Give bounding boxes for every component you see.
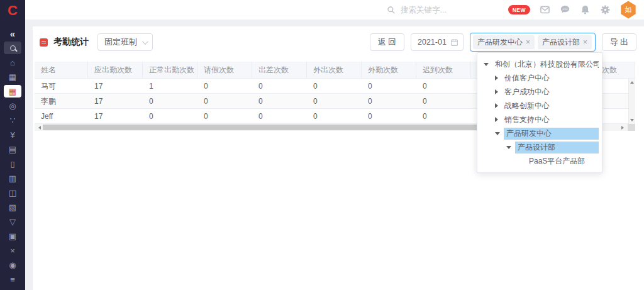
vertical-scrollbar[interactable] (628, 79, 635, 124)
tree-node[interactable]: 产品研发中心 (477, 126, 602, 140)
search-icon (387, 6, 396, 14)
scroll-down-icon[interactable] (630, 119, 634, 123)
mail-icon[interactable] (540, 4, 550, 15)
cell-name: Jeff (35, 109, 88, 123)
month-picker-value: 2021-01 (418, 38, 447, 47)
cell-value: 0 (416, 109, 471, 123)
sidebar-item-navigation[interactable]: ◎ (4, 99, 21, 112)
tag-close-icon[interactable]: × (526, 38, 530, 46)
sidebar-item-contacts[interactable]: ◫ (4, 186, 21, 199)
cell-value: 0 (307, 94, 362, 108)
sidebar-item-layers[interactable]: ≡ (4, 273, 21, 286)
sidebar-nav: «⌂▦▦◎∵¥▤▯▥◫▧▽▣×◉≡ (4, 27, 21, 287)
toolbar: 返回 2021-01 产品研发中心×产品设计部× 导出 (370, 33, 636, 52)
caret-down-icon[interactable] (506, 146, 511, 149)
cell-value: 0 (143, 109, 197, 123)
column-header: 请假次数 (197, 62, 252, 78)
tree-node[interactable]: 客户成功中心 (477, 85, 602, 99)
sidebar-item-documents[interactable]: ▤ (4, 143, 21, 155)
scroll-up-icon[interactable] (630, 79, 634, 84)
org-tree-panel: 和创（北京）科技股份有限公司价值客户中心客户成功中心战略创新中心销售支持中心产品… (477, 52, 602, 173)
caret-right-icon[interactable] (495, 75, 498, 81)
sidebar-item-collapse[interactable]: « (4, 27, 21, 40)
cell-value: 17 (88, 79, 143, 93)
sidebar-item-schedule[interactable]: ▦ (4, 70, 21, 83)
sidebar-item-finance[interactable]: ¥ (4, 128, 21, 141)
export-button[interactable]: 导出 (602, 33, 636, 51)
attendance-doc-icon (40, 38, 48, 47)
column-header: 姓名 (35, 62, 88, 78)
cell-value: 1 (143, 79, 197, 93)
new-badge[interactable]: NEW (508, 5, 530, 14)
scroll-left-icon[interactable] (36, 126, 41, 130)
cell-value: 0 (362, 79, 416, 93)
tree-node[interactable]: 战略创新中心 (477, 99, 602, 113)
sidebar-item-archive[interactable]: ▣ (4, 230, 21, 242)
shift-type-value: 固定班制 (104, 36, 137, 48)
tree-node-label: 销售支持中心 (502, 114, 599, 126)
tree-node[interactable]: PaaS平台产品部 (477, 154, 602, 168)
cell-value: 17 (88, 109, 143, 123)
sidebar-item-filter[interactable]: ▽ (4, 215, 21, 228)
caret-down-icon[interactable] (484, 63, 489, 66)
scroll-right-icon[interactable] (621, 126, 626, 130)
cell-value: 0 (252, 94, 307, 108)
selected-tag: 产品研发中心× (473, 35, 535, 49)
sidebar-item-search[interactable] (4, 42, 21, 54)
cell-value: 0 (307, 109, 362, 123)
cell-value: 0 (362, 109, 416, 123)
caret-right-icon[interactable] (495, 89, 498, 94)
cell-value: 0 (307, 79, 362, 93)
cell-value: 0 (252, 79, 307, 93)
caret-right-icon[interactable] (495, 117, 498, 122)
tree-node[interactable]: 产品设计部 (477, 140, 602, 154)
tag-label: 产品设计部 (542, 37, 580, 48)
sidebar-item-share[interactable]: ∵ (4, 114, 21, 126)
cell-value: 0 (416, 94, 471, 108)
column-header: 出差次数 (252, 62, 307, 78)
scrollbar-corner (628, 124, 635, 131)
tree-node-label: PaaS平台产品部 (526, 155, 599, 167)
bell-icon[interactable] (580, 4, 591, 15)
app-logo[interactable]: C (0, 0, 25, 21)
tag-close-icon[interactable]: × (583, 38, 587, 46)
sidebar-item-phone-log[interactable]: ▯ (4, 157, 21, 170)
sidebar-item-target[interactable]: ◉ (4, 259, 21, 271)
cell-name: 马可 (35, 79, 88, 93)
sidebar-item-calendar[interactable]: ▧ (4, 201, 21, 213)
chevron-down-icon (142, 38, 148, 45)
back-button[interactable]: 返回 (370, 33, 404, 51)
tree-node-label: 客户成功中心 (502, 86, 599, 98)
tree-node-label: 产品设计部 (515, 142, 599, 153)
chat-icon[interactable] (560, 4, 570, 15)
department-multiselect[interactable]: 产品研发中心×产品设计部× (470, 33, 596, 52)
sidebar-item-attendance[interactable]: ▦ (4, 85, 21, 98)
tree-node-label: 产品研发中心 (504, 128, 599, 140)
column-header: 迟到次数 (416, 62, 471, 78)
shift-type-select[interactable]: 固定班制 (97, 33, 153, 51)
page-title: 考勤统计 (53, 36, 89, 48)
caret-down-icon[interactable] (495, 132, 500, 135)
caret-right-icon[interactable] (495, 103, 498, 108)
selected-tag: 产品设计部× (538, 35, 592, 49)
column-header: 外出次数 (307, 62, 362, 78)
global-search (387, 6, 495, 14)
month-picker[interactable]: 2021-01 (411, 33, 464, 51)
topbar-actions: NEW 如 (508, 1, 644, 19)
search-input[interactable] (401, 6, 495, 14)
sidebar-item-tools[interactable]: × (4, 244, 21, 257)
tree-node[interactable]: 和创（北京）科技股份有限公司 (477, 57, 602, 71)
tree-node[interactable]: 销售支持中心 (477, 113, 602, 126)
tree-node-label: 战略创新中心 (502, 100, 599, 112)
cell-value: 0 (197, 109, 252, 123)
sidebar-item-company[interactable]: ▥ (4, 172, 21, 184)
sidebar-item-home[interactable]: ⌂ (4, 56, 21, 69)
cell-value: 17 (88, 94, 143, 108)
sidebar: C «⌂▦▦◎∵¥▤▯▥◫▧▽▣×◉≡ (0, 0, 25, 290)
calendar-icon (450, 38, 458, 47)
user-avatar[interactable]: 如 (620, 1, 636, 19)
tree-node[interactable]: 价值客户中心 (477, 71, 602, 85)
tree-node-label: 价值客户中心 (502, 72, 599, 84)
gear-icon[interactable] (600, 4, 611, 15)
cell-value: 0 (197, 79, 252, 93)
